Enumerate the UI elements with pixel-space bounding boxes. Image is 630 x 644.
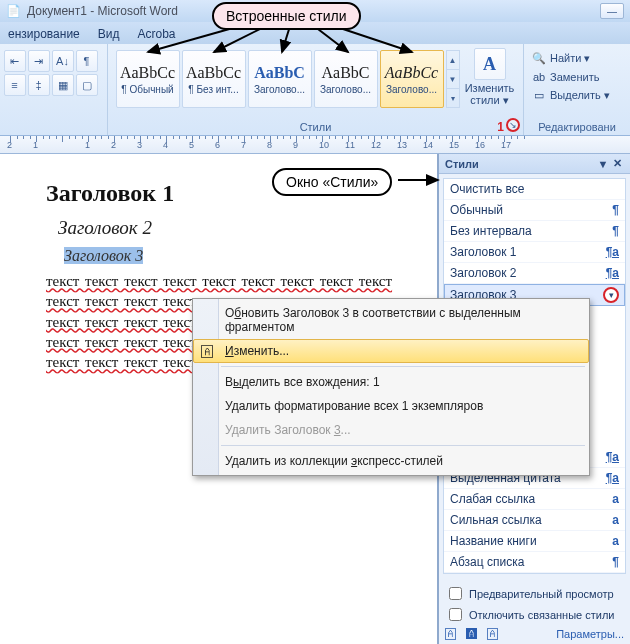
ctx-delete-style: Удалить Заголовок 3...: [193, 418, 589, 442]
heading-2: Заголовок 2: [58, 217, 429, 239]
tab-acrobat[interactable]: Acroba: [136, 24, 178, 44]
style-card-heading2[interactable]: AaBbC Заголово...: [314, 50, 378, 108]
style-card-heading1[interactable]: AaBbC Заголово...: [248, 50, 312, 108]
find-button[interactable]: 🔍Найти ▾: [528, 50, 626, 67]
replace-icon: ab: [532, 71, 546, 83]
ctx-item-label: Выделить все вхождения: 1: [225, 375, 380, 389]
show-marks-button[interactable]: ¶: [76, 50, 98, 72]
ctx-item-label: Изменить...: [225, 344, 289, 358]
style-inspector-icon[interactable]: 🅰: [466, 628, 477, 640]
style-list-item[interactable]: Название книгиa: [444, 531, 625, 552]
style-context-menu: Обновить Заголовок 3 в соответствии с вы…: [192, 298, 590, 476]
ctx-item-label: Удалить Заголовок 3...: [225, 423, 351, 437]
heading-3: Заголовок 3: [64, 247, 429, 265]
gallery-down-icon[interactable]: ▼: [447, 70, 459, 89]
gallery-scroll[interactable]: ▲ ▼ ▾: [446, 50, 460, 108]
select-button[interactable]: ▭Выделить ▾: [528, 87, 626, 104]
indent-decrease-button[interactable]: ⇤: [4, 50, 26, 72]
style-card-heading3[interactable]: AaBbCc Заголово...: [380, 50, 444, 108]
find-icon: 🔍: [532, 52, 546, 65]
sort-button[interactable]: A↓: [52, 50, 74, 72]
tab-view[interactable]: Вид: [96, 24, 122, 44]
replace-button[interactable]: abЗаменить: [528, 69, 626, 85]
styles-pane-footer: Предварительный просмотр Отключить связа…: [439, 578, 630, 644]
group-editing: 🔍Найти ▾ abЗаменить ▭Выделить ▾ Редактир…: [524, 44, 630, 135]
ctx-clear-formatting[interactable]: Удалить форматирование всех 1 экземпляро…: [193, 394, 589, 418]
group-paragraph: ⇤ ⇥ A↓ ¶ ≡ ‡ ▦ ▢: [0, 44, 108, 135]
doc-title: Документ1 - Microsoft Word: [27, 4, 178, 18]
style-item-dropdown-icon[interactable]: ▾: [603, 287, 619, 303]
styles-pane-title: Стили: [445, 158, 479, 170]
styles-pane-header[interactable]: Стили ▼ ✕: [439, 154, 630, 174]
ctx-item-label: Обновить Заголовок 3 в соответствии с вы…: [225, 306, 521, 334]
borders-button[interactable]: ▢: [76, 74, 98, 96]
gallery-more-icon[interactable]: ▾: [447, 89, 459, 107]
group-styles: AaBbCc ¶ Обычный AaBbCc ¶ Без инт... AaB…: [108, 44, 524, 135]
style-list-item[interactable]: Слабая ссылкаa: [444, 489, 625, 510]
ruler[interactable]: 211234567891011121314151617: [0, 136, 630, 154]
ctx-item-label: Удалить из коллекции экспресс-стилей: [225, 454, 443, 468]
change-styles-icon: A: [474, 48, 506, 80]
select-icon: ▭: [532, 89, 546, 102]
window-icon: 📄: [6, 4, 21, 18]
group-styles-label: Стили: [108, 121, 523, 133]
shading-button[interactable]: ▦: [52, 74, 74, 96]
ctx-remove-from-quick[interactable]: Удалить из коллекции экспресс-стилей: [193, 449, 589, 473]
group-editing-label: Редактировани: [524, 121, 630, 133]
ribbon: ⇤ ⇥ A↓ ¶ ≡ ‡ ▦ ▢ AaBbCc ¶ Обычный AaBbCc…: [0, 44, 630, 136]
line-spacing-button[interactable]: ‡: [28, 74, 50, 96]
style-list-item[interactable]: Сильная ссылкаa: [444, 510, 625, 531]
styles-gallery[interactable]: AaBbCc ¶ Обычный AaBbCc ¶ Без инт... AaB…: [116, 46, 460, 108]
preview-checkbox[interactable]: Предварительный просмотр: [445, 584, 624, 603]
modify-icon: 🄰: [199, 344, 215, 360]
manage-styles-icon[interactable]: 🄰: [487, 628, 498, 640]
style-card-normal[interactable]: AaBbCc ¶ Обычный: [116, 50, 180, 108]
callout-builtin-styles: Встроенные стили: [212, 2, 361, 30]
selected-text[interactable]: Заголовок 3: [64, 247, 143, 264]
style-list-item[interactable]: Обычный¶: [444, 200, 625, 221]
style-list-item[interactable]: Заголовок 1¶a: [444, 242, 625, 263]
style-card-nospacing[interactable]: AaBbCc ¶ Без инт...: [182, 50, 246, 108]
style-list-item[interactable]: Без интервала¶: [444, 221, 625, 242]
ctx-select-all[interactable]: Выделить все вхождения: 1: [193, 370, 589, 394]
ctx-item-label: Удалить форматирование всех 1 экземпляро…: [225, 399, 483, 413]
styles-pane-close-icon[interactable]: ✕: [610, 157, 624, 170]
styles-params-link[interactable]: Параметры...: [556, 628, 624, 640]
tab-review[interactable]: ензирование: [6, 24, 82, 44]
disable-linked-checkbox[interactable]: Отключить связанные стили: [445, 605, 624, 624]
styles-dialog-launcher[interactable]: ↘: [506, 118, 520, 132]
callout-styles-window: Окно «Стили»: [272, 168, 392, 196]
gallery-up-icon[interactable]: ▲: [447, 51, 459, 70]
minimize-button[interactable]: —: [600, 3, 624, 19]
align-justify-button[interactable]: ≡: [4, 74, 26, 96]
annotation-number-1: 1: [497, 120, 504, 134]
change-styles-button[interactable]: A Изменить стили ▾: [464, 46, 516, 116]
indent-increase-button[interactable]: ⇥: [28, 50, 50, 72]
style-list-item[interactable]: Абзац списка¶: [444, 552, 625, 573]
new-style-icon[interactable]: 🄰: [445, 628, 456, 640]
style-list-item[interactable]: Заголовок 2¶a: [444, 263, 625, 284]
styles-pane-dropdown-icon[interactable]: ▼: [596, 158, 610, 170]
ctx-modify[interactable]: 🄰 Изменить...: [193, 339, 589, 363]
style-list-item[interactable]: Очистить все: [444, 179, 625, 200]
ctx-update-to-match[interactable]: Обновить Заголовок 3 в соответствии с вы…: [193, 301, 589, 339]
